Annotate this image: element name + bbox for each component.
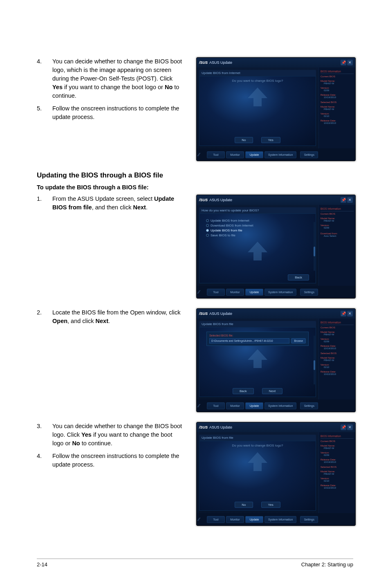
- radio-option[interactable]: Save BIOS to file: [206, 233, 309, 237]
- back-button[interactable]: Back: [233, 388, 254, 394]
- titlebar: /SUS ASUS Update 📌 ✕: [197, 309, 355, 319]
- arrow-up-icon: [248, 349, 267, 369]
- tab-tool[interactable]: Tool: [207, 289, 225, 296]
- next-button[interactable]: Next: [262, 388, 282, 394]
- tab-system-info[interactable]: System Information: [264, 516, 296, 523]
- no-button[interactable]: No: [235, 137, 253, 143]
- step-number: 3.: [37, 422, 52, 448]
- tab-monitor[interactable]: Monitor: [226, 516, 244, 523]
- scrollbar[interactable]: [314, 336, 315, 384]
- tab-settings[interactable]: Settings: [300, 289, 318, 296]
- radio-option[interactable]: Update BIOS from Internet: [206, 219, 309, 222]
- numbered-step: 3.You can decide whether to change the B…: [37, 422, 184, 448]
- step-number: 4.: [37, 452, 52, 469]
- tab-system-info[interactable]: System Information: [264, 289, 296, 296]
- step-text: Locate the BIOS file from the Open windo…: [52, 308, 184, 325]
- step-number: 4.: [37, 57, 52, 100]
- numbered-step: 5.Follow the onscreen instructions to co…: [37, 104, 184, 121]
- radio-icon: [206, 219, 209, 222]
- tab-update[interactable]: Update: [245, 289, 263, 296]
- window-title: ASUS Update: [209, 198, 232, 202]
- asus-update-window-3: /SUS ASUS Update 📌 ✕ Update BIOS from fi…: [196, 308, 356, 412]
- close-icon[interactable]: ✕: [347, 424, 353, 430]
- yes-button[interactable]: Yes: [261, 502, 280, 508]
- tab-monitor[interactable]: Monitor: [226, 402, 244, 409]
- radio-option[interactable]: Download BIOS from Internet: [206, 224, 309, 227]
- radio-icon: [206, 234, 209, 237]
- file-label: Selected BIOS file:: [209, 334, 306, 337]
- step-text: You can decide whether to change the BIO…: [52, 57, 184, 100]
- arrow-up-icon: [248, 242, 267, 261]
- radio-label: Save BIOS to file: [211, 233, 235, 237]
- tab-update[interactable]: Update: [245, 402, 263, 409]
- asus-update-window-4: /SUS ASUS Update 📌 ✕ Update BIOS from fi…: [196, 422, 356, 526]
- asus-corner-logo: ⁄⁄: [198, 517, 206, 522]
- tab-tool[interactable]: Tool: [207, 516, 225, 523]
- step-number: 1.: [37, 195, 52, 212]
- tab-monitor[interactable]: Monitor: [226, 151, 244, 158]
- asus-logo: /SUS: [199, 425, 208, 429]
- page-number: 2-14: [37, 561, 47, 568]
- chapter-label: Chapter 2: Starting up: [301, 561, 353, 568]
- window-title: ASUS Update: [209, 312, 232, 316]
- step-number: 5.: [37, 104, 52, 121]
- tab-settings[interactable]: Settings: [300, 516, 318, 523]
- asus-update-window-2: /SUS ASUS Update 📌 ✕ How do you want to …: [196, 195, 356, 298]
- numbered-step: 4.You can decide whether to change the B…: [37, 57, 184, 100]
- titlebar: /SUS ASUS Update 📌 ✕: [197, 422, 355, 432]
- pin-icon[interactable]: 📌: [341, 197, 346, 203]
- prompt-text: Do you want to change BIOS logo?: [232, 79, 283, 83]
- radio-label: Update BIOS from Internet: [211, 219, 249, 222]
- tab-settings[interactable]: Settings: [300, 151, 318, 158]
- tab-update[interactable]: Update: [245, 516, 263, 523]
- no-button[interactable]: No: [235, 502, 253, 508]
- step-number: 2.: [37, 308, 52, 325]
- step-text: From the ASUS Update screen, select Upda…: [52, 195, 184, 212]
- breadcrumb-tab: Update BIOS from Internet: [199, 70, 316, 76]
- step-text: You can decide whether to change the BIO…: [52, 422, 184, 448]
- file-path-input[interactable]: D:\Documents and Settings\Admin...\P8H67…: [209, 338, 290, 343]
- tab-settings[interactable]: Settings: [300, 402, 318, 409]
- file-select-box: Selected BIOS file: D:\Documents and Set…: [206, 332, 309, 346]
- browse-button[interactable]: Browse: [291, 338, 306, 343]
- pin-icon[interactable]: 📌: [341, 424, 346, 430]
- titlebar: /SUS ASUS Update 📌 ✕: [197, 195, 355, 205]
- prompt-text: Do you want to change BIOS logo?: [232, 444, 283, 447]
- pin-icon[interactable]: 📌: [341, 60, 346, 65]
- back-button[interactable]: Back: [288, 274, 309, 281]
- scrollbar[interactable]: [314, 222, 315, 271]
- asus-logo: /SUS: [199, 312, 208, 316]
- tab-tool[interactable]: Tool: [207, 402, 225, 409]
- radio-option[interactable]: Update BIOS from file: [206, 229, 309, 232]
- asus-logo: /SUS: [199, 61, 208, 65]
- close-icon[interactable]: ✕: [347, 60, 353, 65]
- radio-icon: [206, 229, 209, 232]
- asus-corner-logo: ⁄⁄: [198, 404, 206, 408]
- sub-heading: To update the BIOS through a BIOS file:: [37, 184, 353, 191]
- window-title: ASUS Update: [209, 61, 232, 65]
- numbered-step: 2.Locate the BIOS file from the Open win…: [37, 308, 184, 325]
- asus-corner-logo: ⁄⁄: [198, 290, 206, 294]
- window-title: ASUS Update: [209, 425, 232, 429]
- tab-monitor[interactable]: Monitor: [226, 289, 244, 296]
- info-header: BIOS Information: [321, 70, 354, 74]
- titlebar: /SUS ASUS Update 📌 ✕: [197, 58, 355, 67]
- arrow-up-icon: [248, 88, 267, 107]
- asus-update-window-1: /SUS ASUS Update 📌 ✕ Update BIOS from In…: [196, 57, 356, 161]
- close-icon[interactable]: ✕: [347, 311, 353, 316]
- breadcrumb-tab: Update BIOS from file: [199, 435, 316, 441]
- tab-system-info[interactable]: System Information: [264, 402, 296, 409]
- close-icon[interactable]: ✕: [347, 197, 353, 203]
- asus-corner-logo: ⁄⁄: [198, 153, 206, 157]
- pin-icon[interactable]: 📌: [341, 311, 346, 316]
- numbered-step: 1.From the ASUS Update screen, select Up…: [37, 195, 184, 212]
- breadcrumb-tab: How do you want to update your BIOS?: [199, 207, 316, 213]
- yes-button[interactable]: Yes: [261, 137, 280, 143]
- breadcrumb-tab: Update BIOS from file: [199, 321, 316, 327]
- step-text: Follow the onscreen instructions to comp…: [52, 104, 184, 121]
- tab-system-info[interactable]: System Information: [264, 151, 296, 158]
- step-text: Follow the onscreen instructions to comp…: [52, 452, 184, 469]
- tab-tool[interactable]: Tool: [207, 151, 225, 158]
- info-header: BIOS Information: [321, 435, 354, 439]
- tab-update[interactable]: Update: [245, 151, 263, 158]
